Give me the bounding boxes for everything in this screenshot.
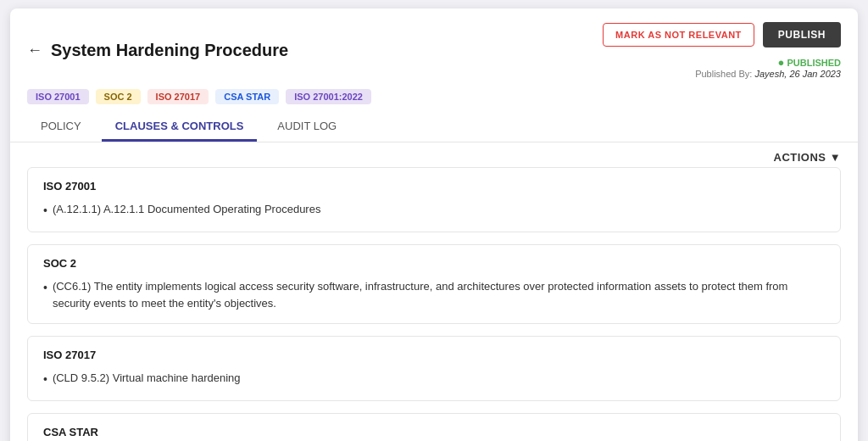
tag-iso27017[interactable]: ISO 27017 — [147, 89, 209, 104]
title-area: ← System Hardening Procedure — [27, 41, 288, 60]
published-by-value: Jayesh, 26 Jan 2023 — [754, 69, 841, 79]
section-item: •(CC6.1) The entity implements logical a… — [43, 278, 825, 311]
published-dot: ● — [778, 56, 785, 69]
section-iso-27017: ISO 27017•(CLD 9.5.2) Virtual machine ha… — [27, 336, 841, 401]
tag-soc2[interactable]: SOC 2 — [96, 89, 141, 104]
section-csa-star: CSA STAR•(IVS-04) OS Hardening and Base … — [27, 413, 841, 441]
back-button[interactable]: ← — [27, 42, 42, 59]
tags-row: ISO 27001SOC 2ISO 27017CSA STARISO 27001… — [27, 89, 841, 104]
bullet-icon: • — [43, 202, 47, 220]
actions-button[interactable]: ACTIONS ▼ — [774, 151, 841, 164]
tag-csa[interactable]: CSA STAR — [215, 89, 279, 104]
tab-audit-log[interactable]: AUDIT LOG — [264, 113, 350, 142]
section-iso-27001: ISO 27001•(A.12.1.1) A.12.1.1 Documented… — [27, 167, 841, 232]
main-content: ACTIONS ▼ ISO 27001•(A.12.1.1) A.12.1.1 … — [10, 142, 858, 441]
tag-iso27001[interactable]: ISO 27001 — [27, 89, 89, 104]
section-title: SOC 2 — [43, 257, 825, 270]
main-card: ← System Hardening Procedure MARK AS NOT… — [10, 8, 858, 441]
section-item: •(CLD 9.5.2) Virtual machine hardening — [43, 370, 825, 388]
section-soc-2: SOC 2•(CC6.1) The entity implements logi… — [27, 244, 841, 324]
published-info: ● PUBLISHED Published By: Jayesh, 26 Jan… — [695, 56, 841, 79]
button-row: MARK AS NOT RELEVANT PUBLISH — [603, 22, 841, 47]
section-title: CSA STAR — [43, 426, 825, 438]
tabs-row: POLICYCLAUSES & CONTROLSAUDIT LOG — [27, 113, 841, 142]
sections-container: ISO 27001•(A.12.1.1) A.12.1.1 Documented… — [27, 167, 841, 441]
page-header: ← System Hardening Procedure MARK AS NOT… — [10, 8, 858, 142]
section-item: •(A.12.1.1) A.12.1.1 Documented Operatin… — [43, 201, 825, 220]
published-status: PUBLISHED — [787, 58, 841, 68]
section-title: ISO 27001 — [43, 180, 825, 193]
published-by-label: Published By: — [695, 69, 752, 79]
tag-iso27001-2022[interactable]: ISO 27001:2022 — [286, 89, 371, 104]
mark-not-relevant-button[interactable]: MARK AS NOT RELEVANT — [603, 23, 754, 47]
page-title: System Hardening Procedure — [51, 41, 288, 60]
item-text: (A.12.1.1) A.12.1.1 Documented Operating… — [53, 201, 321, 218]
actions-bar: ACTIONS ▼ — [27, 142, 841, 167]
item-text: (CLD 9.5.2) Virtual machine hardening — [53, 370, 241, 387]
bullet-icon: • — [43, 371, 47, 388]
section-title: ISO 27017 — [43, 349, 825, 361]
tab-clauses-controls[interactable]: CLAUSES & CONTROLS — [102, 113, 258, 142]
item-text: (CC6.1) The entity implements logical ac… — [53, 278, 825, 311]
publish-button[interactable]: PUBLISH — [763, 22, 841, 47]
header-actions: MARK AS NOT RELEVANT PUBLISH ● PUBLISHED… — [603, 22, 841, 79]
tab-policy[interactable]: POLICY — [27, 113, 95, 142]
header-top: ← System Hardening Procedure MARK AS NOT… — [27, 22, 841, 79]
bullet-icon: • — [43, 279, 47, 297]
